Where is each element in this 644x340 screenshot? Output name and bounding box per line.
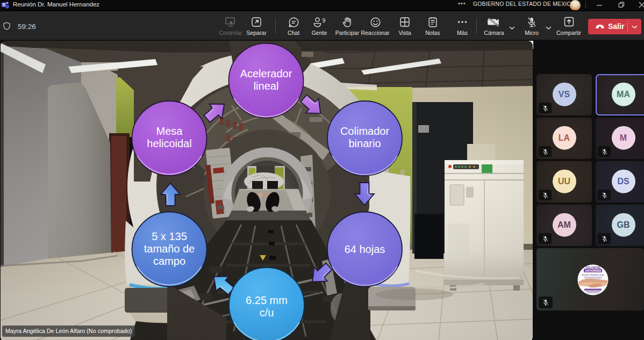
- svg-text:VOLUNTAD: VOLUNTAD: [585, 266, 600, 269]
- svg-text:derecho, libertad y resp.: derecho, libertad y resp.: [582, 274, 604, 276]
- svg-text:T: T: [3, 3, 5, 6]
- svg-text:9: 9: [322, 17, 325, 23]
